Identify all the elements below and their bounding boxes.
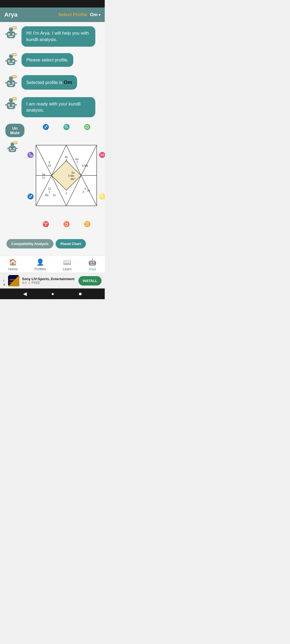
svg-point-31 <box>13 83 14 84</box>
svg-text:Su: Su <box>71 171 75 174</box>
robot-avatar-small <box>5 141 19 155</box>
svg-rect-10 <box>12 26 17 30</box>
zodiac-top-2: ♏ <box>63 124 70 130</box>
svg-text:4: 4 <box>84 187 86 190</box>
svg-point-5 <box>13 34 14 35</box>
svg-text:9: 9 <box>49 161 50 164</box>
svg-point-7 <box>10 27 12 29</box>
chat-text-2: Please select profile. <box>26 57 68 63</box>
home-button[interactable]: ● <box>51 291 54 297</box>
kundli-section: Un Mute <box>3 124 102 230</box>
svg-point-4 <box>8 34 9 35</box>
profile-name-display[interactable]: Om <box>90 12 100 17</box>
chat-row-4: I am ready with your kundli analysis. <box>3 97 102 118</box>
svg-rect-23 <box>12 53 17 56</box>
zodiac-top-1: ♐ <box>42 124 49 130</box>
svg-rect-19 <box>9 63 13 64</box>
status-bar <box>0 0 105 8</box>
unmute-col: Un Mute <box>5 124 24 155</box>
svg-text:1: 1 <box>49 191 50 193</box>
nav-learn-label: Learn <box>63 267 71 271</box>
chat-row-2: Please select profile. <box>3 53 102 69</box>
chat-text-4: I am ready with your kundli analysis. <box>26 101 81 113</box>
svg-rect-45 <box>9 107 13 108</box>
svg-point-59 <box>12 142 13 144</box>
nav-profiles-label: Profiles <box>34 267 46 271</box>
svg-text:3: 3 <box>82 191 84 193</box>
home-icon: 🏠 <box>9 258 17 266</box>
nav-arya[interactable]: 🤖 Arya <box>88 258 96 271</box>
svg-point-44 <box>13 105 14 106</box>
svg-text:Ve: Ve <box>87 189 90 192</box>
svg-text:SONY: SONY <box>9 279 15 281</box>
zodiac-top: ♐ ♏ ♎ <box>42 124 90 130</box>
arya-icon: 🤖 <box>88 258 96 266</box>
svg-rect-36 <box>12 75 17 78</box>
svg-point-17 <box>8 61 9 62</box>
svg-text:Me^: Me^ <box>71 178 76 181</box>
header-right: Select Profile Om <box>58 12 100 17</box>
ad-install-button[interactable]: INSTALL <box>78 276 102 286</box>
svg-text:10: 10 <box>48 164 51 167</box>
nav-home[interactable]: 🏠 Home <box>8 258 18 271</box>
svg-text:2: 2 <box>66 192 67 195</box>
svg-point-57 <box>14 148 15 149</box>
robot-avatar-3 <box>3 75 19 91</box>
svg-text:Ju: Ju <box>53 194 56 197</box>
svg-point-18 <box>13 61 14 62</box>
svg-text:5  Mo: 5 Mo <box>68 174 74 177</box>
svg-rect-32 <box>9 85 13 86</box>
kundli-chart: 9 10 As 8 Ke 7 6 Ma Sa 11 <box>35 145 97 206</box>
unmute-button[interactable]: Un Mute <box>5 124 24 137</box>
ad-close-button[interactable]: ✕ <box>3 283 6 287</box>
svg-rect-49 <box>12 97 17 100</box>
chat-row-1: Hi! I'm Arya. I will help you with kundl… <box>3 26 102 47</box>
svg-text:As: As <box>65 156 68 159</box>
ad-text-block: Sony LIV:Sports, Entertainment 4.0 ★ FRE… <box>22 277 76 285</box>
action-buttons: Compatibility Analysis Planet Chart <box>3 236 102 251</box>
kundli-chart-container: ♐ ♏ ♎ ♑ ♐ <box>27 124 105 227</box>
chat-bubble-4: I am ready with your kundli analysis. <box>21 97 95 118</box>
svg-text:8: 8 <box>66 159 67 162</box>
ad-subtitle: 4.0 ★ FREE <box>22 281 76 285</box>
chat-bubble-3: Selected profile is Om <box>21 75 77 90</box>
ad-rating: 4.0 <box>22 281 27 285</box>
zodiac-bottom-1: ♈ <box>42 221 49 227</box>
recent-apps-button[interactable]: ■ <box>79 291 82 297</box>
svg-point-33 <box>10 76 12 77</box>
chat-area: Hi! I'm Arya. I will help you with kundl… <box>0 22 105 255</box>
learn-icon: 📖 <box>63 258 71 266</box>
nav-profiles[interactable]: 👤 Profiles <box>34 258 46 271</box>
compatibility-analysis-button[interactable]: Compatibility Analysis <box>6 239 53 248</box>
zodiac-right-2: ♌ <box>99 193 105 200</box>
nav-learn[interactable]: 📖 Learn <box>63 258 71 271</box>
bottom-nav: 🏠 Home 👤 Profiles 📖 Learn 🤖 Arya <box>0 255 105 273</box>
svg-rect-58 <box>10 150 14 151</box>
svg-text:Ke: Ke <box>75 158 79 161</box>
svg-text:Sa: Sa <box>42 173 45 176</box>
svg-text:LIV: LIV <box>9 281 12 283</box>
back-button[interactable]: ◀ <box>23 291 27 297</box>
svg-point-43 <box>8 105 9 106</box>
zodiac-left: ♑ ♐ <box>27 131 34 220</box>
ad-title: Sony LIV:Sports, Entertainment <box>22 277 76 281</box>
robot-avatar-1 <box>3 26 19 42</box>
planet-chart-button[interactable]: Planet Chart <box>56 239 86 248</box>
zodiac-right-1: ♓ <box>99 152 105 158</box>
ad-info-icon: ℹ <box>3 279 4 283</box>
svg-text:7: 7 <box>76 161 78 164</box>
nav-arya-label: Arya <box>89 267 96 271</box>
app-title: Arya <box>4 11 17 18</box>
robot-avatar-2 <box>3 53 19 69</box>
chat-bubble-1: Hi! I'm Arya. I will help you with kundl… <box>21 26 95 47</box>
select-profile-button[interactable]: Select Profile <box>58 12 87 17</box>
zodiac-bottom-2: ♉ <box>63 221 70 227</box>
chat-bubble-2: Please select profile. <box>21 53 73 67</box>
zodiac-left-2: ♐ <box>27 193 34 200</box>
svg-text:Ra: Ra <box>45 194 49 197</box>
robot-avatar-4 <box>3 97 19 113</box>
zodiac-bottom: ♈ ♉ ♊ <box>42 221 90 227</box>
chat-text-1: Hi! I'm Arya. I will help you with kundl… <box>26 31 89 42</box>
nav-home-label: Home <box>8 267 18 271</box>
ad-star-icon: ★ <box>28 281 31 285</box>
